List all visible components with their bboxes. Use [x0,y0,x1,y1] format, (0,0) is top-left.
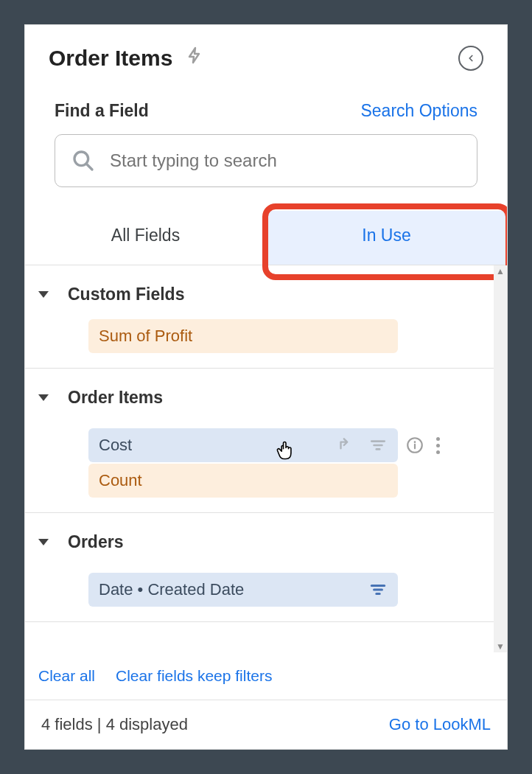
field-sum-of-profit[interactable]: Sum of Profit [88,319,398,353]
field-label: Cost [99,436,132,455]
scroll-up-icon[interactable]: ▲ [494,265,507,277]
header-row: Order Items [25,25,507,76]
search-box[interactable] [55,134,477,187]
tabs: All Fields In Use [25,211,507,265]
content-area: Custom Fields Sum of Profit Order Items … [25,265,507,652]
status-bar: 4 fields | 4 displayed Go to LookML [25,700,507,749]
filter-icon[interactable] [368,580,388,599]
svg-point-7 [414,441,416,443]
field-count[interactable]: Count [88,464,398,498]
section-title: Order Items [68,388,163,408]
tab-in-use[interactable]: In Use [266,211,507,265]
title-group: Order Items [49,44,203,72]
side-actions [405,428,440,462]
pivot-icon[interactable] [336,436,355,455]
search-icon [71,149,95,172]
bolt-icon[interactable] [186,44,203,72]
more-menu-icon[interactable] [436,437,440,454]
section-header[interactable]: Order Items [25,374,507,418]
field-date-created-date[interactable]: Date • Created Date [88,573,398,607]
section-header[interactable]: Custom Fields [25,271,507,315]
caret-down-icon [38,394,49,401]
filter-icon[interactable] [368,436,388,455]
field-actions [336,436,388,455]
section-custom-fields: Custom Fields Sum of Profit [25,265,507,369]
collapse-button[interactable] [458,46,483,71]
info-icon[interactable] [405,436,424,455]
chevron-left-icon [466,53,476,63]
search-input[interactable] [110,150,461,171]
find-label: Find a Field [55,101,149,121]
section-title: Custom Fields [68,285,184,304]
status-summary: 4 fields | 4 displayed [41,715,188,734]
caret-down-icon [38,539,49,545]
go-to-lookml-link[interactable]: Go to LookML [389,715,491,734]
scrollbar[interactable]: ▲ ▼ [494,265,507,652]
field-actions [368,580,388,599]
tab-all-fields[interactable]: All Fields [25,211,266,265]
field-label: Sum of Profit [99,327,192,346]
clear-all-link[interactable]: Clear all [38,667,95,685]
field-label: Date • Created Date [99,580,244,599]
scroll-down-icon[interactable]: ▼ [494,641,507,652]
field-picker-panel: Order Items Find a Field Search Options … [24,24,508,750]
bottom-links: Clear all Clear fields keep filters [25,652,507,700]
search-options-link[interactable]: Search Options [360,101,477,121]
svg-line-1 [86,164,92,170]
section-order-items: Order Items Cost Count [25,369,507,513]
section-header[interactable]: Orders [25,519,507,562]
field-label: Count [99,471,142,490]
caret-down-icon [38,291,49,298]
section-title: Orders [68,532,123,552]
section-orders: Orders Date • Created Date [25,513,507,622]
find-row: Find a Field Search Options [55,101,477,121]
field-cost[interactable]: Cost [88,428,398,462]
clear-fields-keep-filters-link[interactable]: Clear fields keep filters [116,667,272,685]
panel-title: Order Items [49,46,172,71]
